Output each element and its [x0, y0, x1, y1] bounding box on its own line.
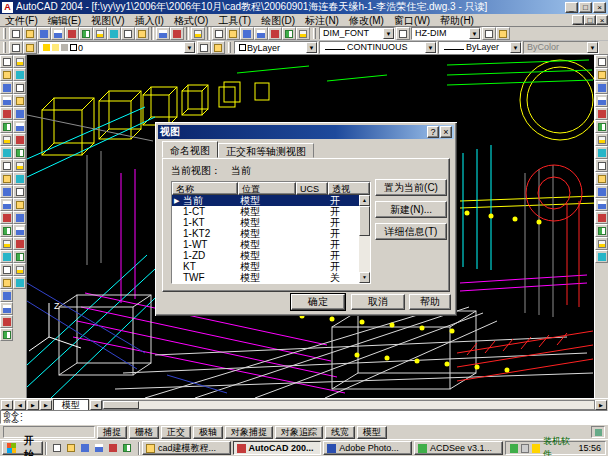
extend-icon[interactable]: [595, 185, 608, 198]
point-icon[interactable]: [0, 224, 13, 237]
line-icon[interactable]: [0, 55, 13, 68]
column-header-location[interactable]: 位置: [238, 182, 296, 195]
view-list-row[interactable]: KT 模型 开: [172, 261, 359, 272]
insert-hyperlink-icon[interactable]: [191, 27, 205, 40]
column-header-name[interactable]: 名称: [172, 182, 238, 195]
menu-help[interactable]: 帮助(H): [435, 14, 479, 27]
area-icon[interactable]: [13, 263, 26, 276]
task-acdsee[interactable]: ACDSee v3.1...: [414, 441, 503, 455]
distance-icon[interactable]: [13, 250, 26, 263]
snap-center-icon[interactable]: [13, 107, 26, 120]
toolbar-grip[interactable]: [313, 28, 316, 39]
ime-tray-icon[interactable]: [521, 444, 529, 453]
hatch-icon[interactable]: [0, 237, 13, 250]
ortho-toggle[interactable]: 正交: [161, 426, 191, 439]
snap-endpoint-icon[interactable]: [0, 328, 13, 341]
scroll-left-icon[interactable]: ◀: [90, 400, 102, 410]
scrollbar-thumb[interactable]: [103, 401, 139, 409]
new-view-button[interactable]: 新建(N)...: [375, 201, 447, 218]
snap-toggle[interactable]: 捕捉: [97, 426, 127, 439]
dimension-edit-icon[interactable]: [496, 27, 510, 40]
properties-icon[interactable]: [268, 27, 282, 40]
menu-insert[interactable]: 插入(I): [129, 14, 168, 27]
view-list-row[interactable]: ▶当前 模型 开: [172, 195, 359, 206]
move-icon[interactable]: [595, 120, 608, 133]
statusbar-tray-icon[interactable]: [591, 426, 605, 438]
menu-draw[interactable]: 绘图(D): [256, 14, 300, 27]
outlook-express-icon[interactable]: [79, 442, 92, 455]
maximize-button[interactable]: □: [579, 2, 592, 13]
snap-from-icon[interactable]: [0, 315, 13, 328]
task-autocad[interactable]: AutoCAD 200...: [233, 441, 322, 455]
task-cad-tutorial-folder[interactable]: cad建模教程...: [142, 441, 231, 455]
view-list-row[interactable]: 1-CT 模型 开: [172, 206, 359, 217]
scroll-right-icon[interactable]: ▶: [595, 400, 607, 410]
zoom-window-icon[interactable]: [240, 27, 254, 40]
snap-extension-icon[interactable]: [13, 94, 26, 107]
chevron-down-icon[interactable]: ▼: [469, 28, 480, 39]
make-block-icon[interactable]: [0, 211, 13, 224]
show-desktop-icon[interactable]: [51, 442, 64, 455]
zoom-out-icon[interactable]: [0, 289, 13, 302]
layers-icon[interactable]: [9, 41, 23, 54]
break-icon[interactable]: [595, 211, 608, 224]
region-icon[interactable]: [0, 250, 13, 263]
offset-icon[interactable]: [595, 94, 608, 107]
model-space-toggle[interactable]: 模型: [357, 426, 387, 439]
spelling-icon[interactable]: [79, 27, 93, 40]
dialog-close-button[interactable]: ×: [440, 126, 452, 138]
close-button[interactable]: ×: [593, 2, 606, 13]
snap-nearest-icon[interactable]: [13, 198, 26, 211]
view-list-row[interactable]: 1-KT2 模型 开: [172, 228, 359, 239]
make-object-layer-current-icon[interactable]: [197, 41, 211, 54]
scale-icon[interactable]: [595, 146, 608, 159]
stretch-icon[interactable]: [595, 159, 608, 172]
layer-previous-icon[interactable]: [211, 41, 225, 54]
mdi-minimize-button[interactable]: _: [572, 15, 584, 25]
list-icon[interactable]: [13, 276, 26, 289]
polar-toggle[interactable]: 极轴: [193, 426, 223, 439]
polyline-icon[interactable]: [0, 81, 13, 94]
break-at-point-icon[interactable]: [595, 198, 608, 211]
copy-object-icon[interactable]: [595, 68, 608, 81]
scroll-down-icon[interactable]: ▼: [359, 272, 370, 283]
print-preview-icon[interactable]: [65, 27, 79, 40]
view-list-row[interactable]: 1-KT 模型 开: [172, 217, 359, 228]
column-header-ucs[interactable]: UCS: [296, 182, 328, 195]
view-details-button[interactable]: 详细信息(T): [375, 223, 447, 240]
chevron-down-icon[interactable]: ▼: [184, 42, 195, 53]
menu-window[interactable]: 窗口(W): [389, 14, 435, 27]
pan-icon[interactable]: [0, 302, 13, 315]
insert-block-icon[interactable]: [0, 198, 13, 211]
print-icon[interactable]: [51, 27, 65, 40]
help-button[interactable]: 帮助: [409, 294, 451, 310]
snap-quadrant-icon[interactable]: [13, 120, 26, 133]
fillet-icon[interactable]: [595, 237, 608, 250]
chevron-down-icon[interactable]: ▼: [510, 42, 521, 53]
construction-line-icon[interactable]: [0, 68, 13, 81]
internet-explorer-icon[interactable]: [65, 442, 78, 455]
scrollbar-thumb[interactable]: [359, 206, 370, 236]
toolbar-grip[interactable]: [3, 28, 6, 39]
antivirus-tray-icon[interactable]: [510, 444, 518, 453]
dimension-style-icon[interactable]: [396, 27, 410, 40]
command-window[interactable]: 命令: 命令:: [0, 410, 608, 424]
text-style-combo[interactable]: DIM_FONT ▼: [319, 27, 395, 40]
help-icon[interactable]: [296, 27, 310, 40]
model-tab[interactable]: 模型: [53, 399, 89, 410]
coordinate-readout[interactable]: [3, 426, 95, 438]
explode-icon[interactable]: [595, 250, 608, 263]
osnap-settings-icon[interactable]: [13, 224, 26, 237]
layer-combo[interactable]: 0 ▼: [38, 41, 196, 54]
scroll-up-icon[interactable]: ▲: [359, 195, 370, 206]
undo-icon[interactable]: [156, 27, 170, 40]
erase-icon[interactable]: [595, 55, 608, 68]
polygon-icon[interactable]: [0, 94, 13, 107]
mdi-close-button[interactable]: ×: [596, 15, 608, 25]
chevron-down-icon[interactable]: ▼: [306, 42, 317, 53]
snap-none-icon[interactable]: [13, 211, 26, 224]
snap-midpoint-icon[interactable]: [13, 55, 26, 68]
chevron-down-icon[interactable]: ▼: [383, 28, 394, 39]
mirror-icon[interactable]: [595, 81, 608, 94]
linetype-combo[interactable]: CONTINUOUS ▼: [319, 41, 437, 54]
